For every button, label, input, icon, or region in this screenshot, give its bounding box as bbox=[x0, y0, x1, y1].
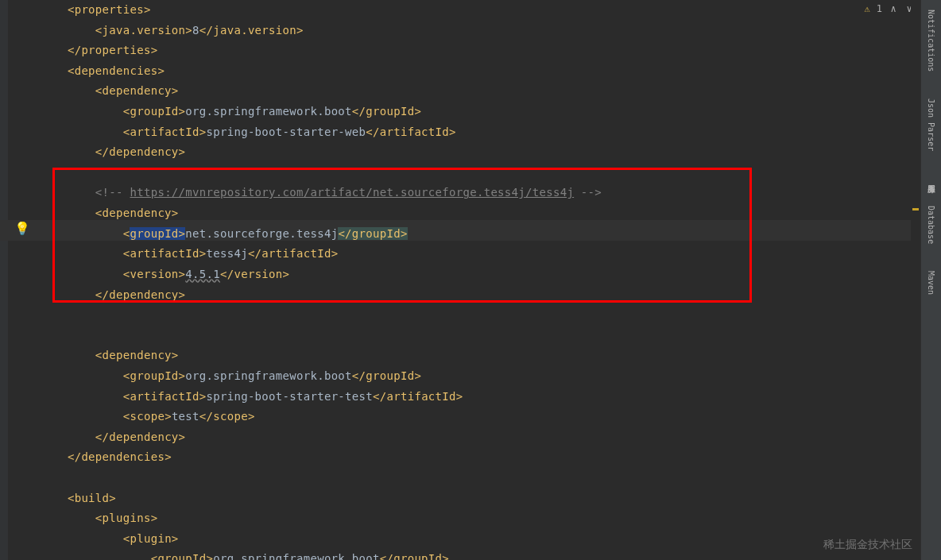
code-line: <java.version>8</java.version> bbox=[40, 21, 920, 41]
code-line: <version>4.5.1</version> bbox=[40, 265, 920, 285]
code-line: </dependency> bbox=[40, 142, 920, 163]
blank-line bbox=[40, 163, 920, 183]
code-line: <dependency> bbox=[40, 346, 920, 366]
blank-line bbox=[40, 305, 920, 326]
code-line: <groupId>org.springframework.boot</group… bbox=[40, 102, 920, 122]
code-line: <build> bbox=[40, 489, 920, 509]
rail-database[interactable]: Database bbox=[925, 201, 937, 249]
code-line: <groupId>org.springframework.boot</group… bbox=[40, 549, 920, 560]
code-line: <dependencies> bbox=[40, 61, 920, 82]
rail-maven[interactable]: Maven bbox=[925, 266, 937, 299]
inspection-summary[interactable]: ⚠ 1 ∧ ∨ bbox=[865, 3, 914, 14]
blank-line bbox=[40, 326, 920, 346]
tool-window-rail: Notifications Json Parser 应用服务器 Database… bbox=[920, 0, 941, 560]
blank-line bbox=[40, 468, 920, 489]
code-line: <dependency> bbox=[40, 203, 920, 224]
code-line: </dependency> bbox=[40, 427, 920, 448]
marker-warning[interactable] bbox=[912, 208, 919, 210]
code-line: <artifactId>spring-boot-starter-test</ar… bbox=[40, 387, 920, 407]
code-line: <groupId>org.springframework.boot</group… bbox=[40, 366, 920, 387]
code-comment: <!-- https://mvnrepository.com/artifact/… bbox=[40, 183, 920, 203]
rail-notifications[interactable]: Notifications bbox=[925, 5, 937, 76]
error-stripe[interactable] bbox=[911, 0, 920, 560]
rail-app-server[interactable]: 应用服务器 bbox=[924, 174, 939, 183]
code-line: <dependency> bbox=[40, 81, 920, 102]
code-editor[interactable]: <properties> <java.version>8</java.versi… bbox=[10, 0, 920, 560]
code-line: </dependencies> bbox=[40, 447, 920, 468]
code-line: <properties> bbox=[40, 0, 920, 21]
code-line: <plugins> bbox=[40, 508, 920, 529]
warning-icon: ⚠ bbox=[865, 3, 870, 14]
selection: groupId bbox=[130, 227, 178, 240]
up-icon[interactable]: ∧ bbox=[889, 3, 898, 14]
code-line: <scope>test</scope> bbox=[40, 407, 920, 427]
watermark-text: 稀土掘金技术社区 bbox=[823, 538, 912, 552]
intention-bulb-icon[interactable]: 💡 bbox=[14, 221, 30, 236]
warning-count: 1 bbox=[877, 3, 882, 14]
code-line: <artifactId>tess4j</artifactId> bbox=[40, 244, 920, 265]
code-line: </properties> bbox=[40, 41, 920, 61]
gutter-strip bbox=[0, 0, 8, 560]
code-line-current: <groupId>net.sourceforge.tess4j</groupId… bbox=[40, 224, 920, 245]
code-line: <artifactId>spring-boot-starter-web</art… bbox=[40, 122, 920, 143]
rail-json-parser[interactable]: Json Parser bbox=[925, 94, 937, 156]
code-line: <plugin> bbox=[40, 529, 920, 550]
code-line: </dependency> bbox=[40, 285, 920, 306]
